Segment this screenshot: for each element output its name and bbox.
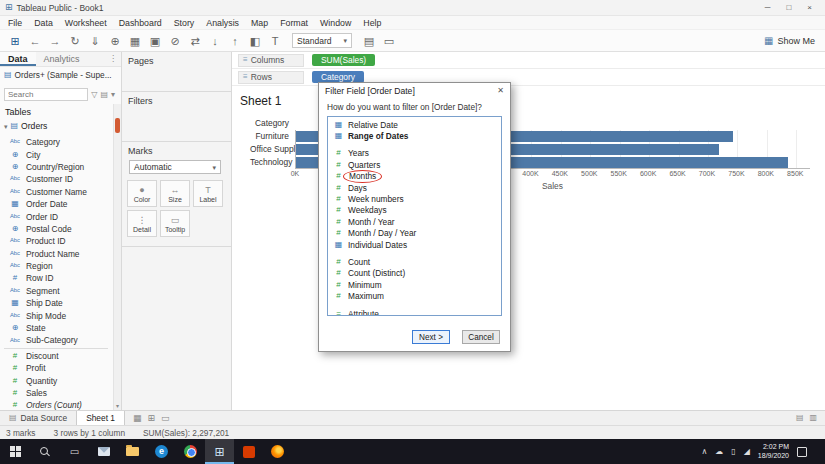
field-quantity[interactable]: #Quantity	[0, 374, 112, 386]
pages-card[interactable]: Pages	[122, 52, 231, 92]
field-segment[interactable]: AbcSegment	[0, 285, 112, 297]
row-label-furniture[interactable]: Furniture	[250, 130, 295, 143]
labels-icon[interactable]: T	[266, 33, 284, 49]
filter-option-count[interactable]: #Count	[328, 256, 501, 267]
field-discount[interactable]: #Discount	[0, 350, 112, 362]
field-order-id[interactable]: AbcOrder ID	[0, 210, 112, 222]
funnel-icon[interactable]: ▽	[91, 91, 97, 99]
field-sub-category[interactable]: AbcSub-Category	[0, 334, 112, 346]
sort-descending-icon[interactable]: ↑	[226, 33, 244, 49]
file-explorer-icon[interactable]	[118, 439, 147, 464]
menu-map[interactable]: Map	[245, 18, 274, 28]
field-order-date[interactable]: ▦Order Date	[0, 198, 112, 210]
battery-icon[interactable]: ▯	[731, 448, 735, 456]
close-button[interactable]: ×	[807, 3, 812, 12]
duplicate-icon[interactable]: ▣	[146, 33, 164, 49]
label-button[interactable]: TLabel	[193, 180, 223, 207]
tableau-taskbar-icon[interactable]: ⊞	[205, 439, 234, 464]
filter-option-range-of-dates[interactable]: ▦Range of Dates	[328, 130, 501, 141]
menu-help[interactable]: Help	[357, 18, 387, 28]
task-view-icon[interactable]: ▭	[60, 439, 89, 464]
tab-data[interactable]: Data	[0, 52, 36, 66]
sidebar-scrollbar[interactable]: ▾	[113, 104, 121, 410]
view-options-icon[interactable]: ▤	[100, 91, 108, 99]
menu-dashboard[interactable]: Dashboard	[113, 18, 168, 28]
taskbar-search-button[interactable]	[30, 439, 60, 464]
size-button[interactable]: ↔Size	[160, 180, 190, 207]
field-product-name[interactable]: AbcProduct Name	[0, 248, 112, 260]
menu-analysis[interactable]: Analysis	[200, 18, 245, 28]
filter-option-days[interactable]: #Days	[328, 182, 501, 193]
sort-ascending-icon[interactable]: ↓	[206, 33, 224, 49]
scrollbar-thumb[interactable]	[115, 118, 120, 133]
filter-option-month-year[interactable]: #Month / Year	[328, 216, 501, 227]
filter-option-individual-dates[interactable]: ▦Individual Dates	[328, 239, 501, 250]
minimize-button[interactable]: ─	[765, 3, 771, 12]
collapse-triangle-icon[interactable]: ▾	[4, 123, 8, 130]
detail-button[interactable]: ⋮Detail	[127, 210, 157, 237]
menu-window[interactable]: Window	[314, 18, 357, 28]
field-category[interactable]: AbcCategory	[0, 136, 112, 148]
row-field-header[interactable]: Category	[250, 116, 295, 130]
filter-option-count-distinct[interactable]: #Count (Distinct)	[328, 268, 501, 279]
office-icon[interactable]	[234, 439, 263, 464]
search-input[interactable]	[4, 88, 88, 101]
redo-icon[interactable]: →	[46, 33, 64, 49]
filter-option-weekdays[interactable]: #Weekdays	[328, 205, 501, 216]
data-source-tab[interactable]: ▤ Data Source	[0, 411, 76, 425]
swap-axes-icon[interactable]: ⇄	[186, 33, 204, 49]
field-postal-code[interactable]: ⊕Postal Code	[0, 223, 112, 235]
pane-menu-icon[interactable]: ⋮	[109, 55, 121, 63]
filter-option-years[interactable]: #Years	[328, 148, 501, 159]
mail-icon[interactable]	[89, 439, 118, 464]
cancel-button[interactable]: Cancel	[462, 330, 500, 344]
filter-option-month-day-year[interactable]: #Month / Day / Year	[328, 228, 501, 239]
row-label-office-supplies[interactable]: Office Supplies	[250, 143, 295, 156]
field-customer-name[interactable]: AbcCustomer Name	[0, 186, 112, 198]
menu-story[interactable]: Story	[168, 18, 201, 28]
undo-icon[interactable]: ←	[26, 33, 44, 49]
start-button[interactable]	[0, 439, 30, 464]
chevron-down-icon[interactable]: ▾	[111, 91, 115, 99]
field-orders-count[interactable]: #Orders (Count)	[0, 399, 112, 410]
field-product-id[interactable]: AbcProduct ID	[0, 235, 112, 247]
show-tabs-icon[interactable]: ▥	[809, 414, 817, 422]
filter-option-attribute[interactable]: =Attribute	[328, 308, 501, 316]
presentation-icon[interactable]: ▭	[380, 33, 398, 49]
highlight-icon[interactable]: ◧	[246, 33, 264, 49]
maximize-button[interactable]: □	[786, 3, 791, 12]
sheet1-tab[interactable]: Sheet 1	[76, 411, 125, 425]
filter-option-maximum[interactable]: #Maximum	[328, 290, 501, 301]
new-data-source-icon[interactable]: ⊕	[106, 33, 124, 49]
new-dashboard-icon[interactable]: ⊞	[148, 414, 156, 423]
filters-card[interactable]: Filters	[122, 92, 231, 142]
scroll-down-arrow-icon[interactable]: ▾	[114, 403, 121, 409]
cloud-icon[interactable]: ☁	[715, 448, 723, 456]
show-filmstrip-icon[interactable]: ▤	[796, 414, 804, 422]
field-sales[interactable]: #Sales	[0, 387, 112, 399]
menu-data[interactable]: Data	[28, 18, 59, 28]
menu-file[interactable]: File	[2, 18, 28, 28]
clear-sheet-icon[interactable]: ⊘	[166, 33, 184, 49]
show-me-button[interactable]: ▦ Show Me	[764, 36, 819, 46]
tableau-logo-icon[interactable]: ⊞	[6, 33, 24, 49]
firefox-icon[interactable]	[263, 439, 292, 464]
edge-icon[interactable]: e	[147, 439, 176, 464]
new-worksheet-icon[interactable]: ▦	[126, 33, 144, 49]
table-orders[interactable]: ▾ ▤ Orders	[4, 120, 111, 132]
field-row-id[interactable]: #Row ID	[0, 272, 112, 284]
field-ship-mode[interactable]: AbcShip Mode	[0, 309, 112, 321]
datasource-item[interactable]: ▤ Orders+ (Sample - Supe...	[4, 69, 119, 81]
menu-format[interactable]: Format	[274, 18, 314, 28]
field-region[interactable]: AbcRegion	[0, 260, 112, 272]
field-state[interactable]: ⊕State	[0, 322, 112, 334]
filter-option-months[interactable]: #Months	[328, 171, 501, 182]
dialog-close-icon[interactable]: ✕	[497, 87, 504, 95]
save-icon[interactable]: ⇓	[86, 33, 104, 49]
field-ship-date[interactable]: ▦Ship Date	[0, 297, 112, 309]
action-center-icon[interactable]	[797, 447, 807, 457]
field-city[interactable]: ⊕City	[0, 148, 112, 160]
field-profit[interactable]: #Profit	[0, 362, 112, 374]
fit-dropdown[interactable]: Standard ▾	[292, 33, 352, 48]
tooltip-button[interactable]: ▭Tooltip	[160, 210, 190, 237]
